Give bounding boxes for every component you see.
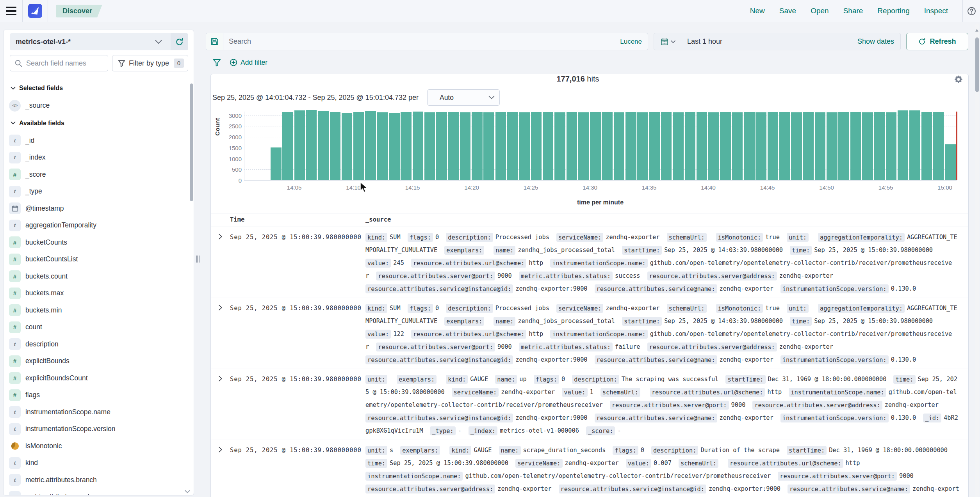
field-item-flags[interactable]: #flags xyxy=(4,387,194,404)
nav-link-share[interactable]: Share xyxy=(843,7,863,15)
histogram-bar[interactable] xyxy=(483,112,494,180)
interval-select[interactable]: Auto xyxy=(427,89,500,106)
histogram-bar[interactable] xyxy=(921,112,932,180)
histogram-bar[interactable] xyxy=(377,112,388,180)
nav-link-open[interactable]: Open xyxy=(811,7,829,15)
field-item-metric.attributes.mode[interactable]: tmetric.attributes.mode xyxy=(4,488,194,495)
histogram-chart[interactable]: 05001000150020002500300014:0514:1014:151… xyxy=(244,112,957,180)
app-logo[interactable] xyxy=(23,0,48,22)
histogram-bar[interactable] xyxy=(874,112,885,180)
histogram-bar[interactable] xyxy=(472,112,483,180)
histogram-bar[interactable] xyxy=(791,112,802,180)
histogram-bar[interactable] xyxy=(933,112,944,180)
histogram-bar[interactable] xyxy=(673,112,684,180)
histogram-bar[interactable] xyxy=(282,112,293,180)
histogram-bar[interactable] xyxy=(424,112,435,180)
nav-link-inspect[interactable]: Inspect xyxy=(924,7,948,15)
histogram-bar[interactable] xyxy=(649,112,660,180)
index-pattern-select[interactable]: metrics-otel-v1-* xyxy=(10,33,188,50)
histogram-bar[interactable] xyxy=(625,112,636,180)
field-item-instrumentationScope.version[interactable]: tinstrumentationScope.version xyxy=(4,421,194,438)
expand-row-button[interactable] xyxy=(211,302,230,366)
field-item-bucketCountsList[interactable]: #bucketCountsList xyxy=(4,251,194,268)
histogram-bar[interactable] xyxy=(945,144,956,180)
filter-funnel-icon[interactable] xyxy=(213,59,221,67)
selected-fields-header[interactable]: Selected fields xyxy=(4,79,194,97)
field-item-explicitBoundsCount[interactable]: #explicitBoundsCount xyxy=(4,370,194,387)
histogram-bar[interactable] xyxy=(342,113,353,180)
field-item-aggregationTemporality[interactable]: taggregationTemporality xyxy=(4,217,194,234)
search-query-input[interactable]: Search Lucene xyxy=(206,33,648,50)
histogram-bar[interactable] xyxy=(779,112,790,180)
add-filter-button[interactable]: Add filter xyxy=(230,59,267,67)
histogram-bar[interactable] xyxy=(850,112,861,180)
field-item-buckets.count[interactable]: #buckets.count xyxy=(4,268,194,285)
time-range-value[interactable]: Last 1 hour xyxy=(682,37,857,46)
panel-resizer-handle[interactable] xyxy=(196,256,200,263)
expand-row-button[interactable] xyxy=(211,444,230,497)
nav-link-save[interactable]: Save xyxy=(779,7,796,15)
breadcrumb-discover[interactable]: Discover xyxy=(56,5,102,18)
field-item-count[interactable]: #count xyxy=(4,319,194,336)
available-fields-header[interactable]: Available fields xyxy=(4,114,194,132)
quick-select-date-button[interactable] xyxy=(654,33,682,50)
histogram-bar[interactable] xyxy=(531,112,542,180)
field-search-input[interactable]: Search field names xyxy=(10,55,108,71)
save-query-button[interactable] xyxy=(206,33,223,50)
histogram-bar[interactable] xyxy=(413,112,424,180)
histogram-bar[interactable] xyxy=(886,112,897,180)
histogram-bar[interactable] xyxy=(898,110,909,180)
field-item-instrumentationScope.name[interactable]: tinstrumentationScope.name xyxy=(4,404,194,421)
histogram-bar[interactable] xyxy=(543,112,554,180)
chart-options-gear-button[interactable] xyxy=(954,75,963,84)
histogram-bar[interactable] xyxy=(460,112,471,180)
histogram-bar[interactable] xyxy=(697,112,707,180)
show-dates-button[interactable]: Show dates xyxy=(857,37,900,46)
histogram-bar[interactable] xyxy=(815,112,826,180)
column-header-source[interactable]: _source xyxy=(365,216,391,223)
nav-link-new[interactable]: New xyxy=(750,7,765,15)
field-item-_score[interactable]: #_score xyxy=(4,166,194,183)
histogram-bar[interactable] xyxy=(519,112,530,180)
page-scrollbar-thumb[interactable] xyxy=(975,37,979,92)
histogram-bar[interactable] xyxy=(827,112,837,180)
histogram-bar[interactable] xyxy=(495,112,506,180)
field-item-description[interactable]: tdescription xyxy=(4,336,194,353)
histogram-bar[interactable] xyxy=(862,112,873,180)
field-item-@timestamp[interactable]: @timestamp xyxy=(4,200,194,217)
histogram-bar[interactable] xyxy=(744,112,755,180)
histogram-bar[interactable] xyxy=(602,112,613,180)
filter-by-type-button[interactable]: Filter by type 0 xyxy=(112,55,188,71)
expand-row-button[interactable] xyxy=(211,373,230,437)
histogram-bar[interactable] xyxy=(708,112,719,180)
field-item-isMonotonic[interactable]: isMonotonic xyxy=(4,438,194,455)
histogram-bar[interactable] xyxy=(755,112,766,180)
histogram-bar[interactable] xyxy=(614,112,625,180)
field-item-_index[interactable]: t_index xyxy=(4,149,194,166)
sidebar-scrollbar-thumb[interactable] xyxy=(190,83,193,201)
histogram-bar[interactable] xyxy=(507,112,518,180)
refresh-button[interactable]: Refresh xyxy=(906,33,968,50)
histogram-bar[interactable] xyxy=(909,110,920,180)
scrollbar-up-arrow[interactable] xyxy=(975,29,978,32)
column-header-time[interactable]: Time xyxy=(230,216,244,223)
help-button[interactable] xyxy=(963,7,980,16)
histogram-bar[interactable] xyxy=(389,113,400,180)
scroll-down-chevron-icon[interactable] xyxy=(184,490,191,493)
search-input-placeholder[interactable]: Search xyxy=(223,37,620,46)
histogram-bar[interactable] xyxy=(306,110,317,180)
histogram-bar[interactable] xyxy=(448,112,459,180)
histogram-bar[interactable] xyxy=(401,112,412,180)
field-item-_source[interactable]: </>_source xyxy=(4,97,194,114)
histogram-bar[interactable] xyxy=(637,112,648,180)
field-item-buckets.max[interactable]: #buckets.max xyxy=(4,285,194,302)
histogram-bar[interactable] xyxy=(271,147,282,180)
histogram-bar[interactable] xyxy=(661,112,672,180)
nav-link-reporting[interactable]: Reporting xyxy=(877,7,909,15)
page-scrollbar[interactable] xyxy=(975,23,979,497)
histogram-bar[interactable] xyxy=(436,112,447,180)
histogram-bar[interactable] xyxy=(685,112,696,180)
histogram-bar[interactable] xyxy=(590,112,601,180)
histogram-bar[interactable] xyxy=(294,110,305,180)
histogram-bar[interactable] xyxy=(554,112,565,180)
